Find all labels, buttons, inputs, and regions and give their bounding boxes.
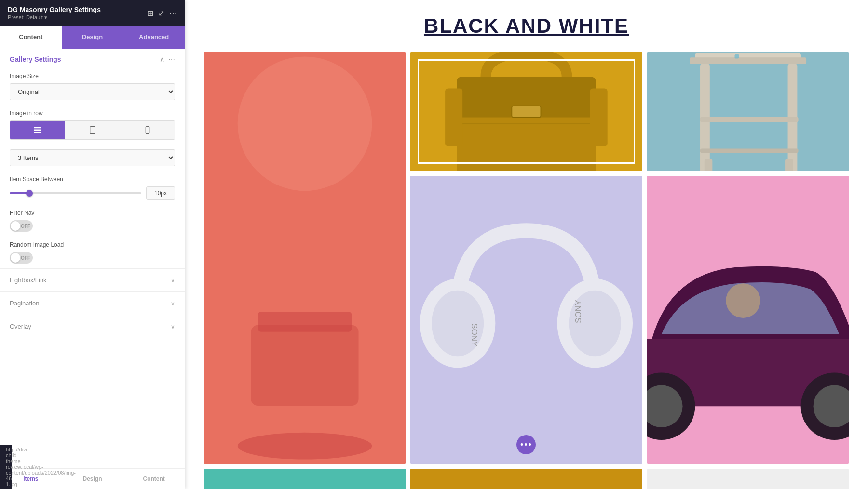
slider-value[interactable]: 10px: [146, 186, 175, 200]
left-panel: DG Masonry Gallery Settings Preset: Defa…: [0, 0, 185, 489]
random-image-label: Random Image Load: [10, 241, 175, 248]
gallery-item-3: [647, 52, 849, 171]
svg-rect-22: [705, 159, 713, 172]
slider-thumb[interactable]: [26, 190, 33, 197]
overlay-arrow: ∨: [171, 323, 175, 330]
svg-rect-17: [647, 52, 849, 171]
item-space-row: Item Space Between 10px: [0, 171, 185, 205]
svg-point-41: [726, 283, 760, 318]
dots-button[interactable]: •••: [516, 435, 536, 454]
dots-icon: •••: [520, 440, 532, 449]
panel-preset[interactable]: Preset: Default ▾: [8, 14, 101, 21]
collapse-section-icon[interactable]: ∧: [160, 55, 164, 63]
svg-point-8: [238, 56, 372, 191]
gallery-area: BLACK AND WHITE: [185, 0, 868, 489]
item-space-label: Item Space Between: [10, 176, 175, 183]
gallery-settings-title: Gallery Settings: [10, 55, 61, 63]
svg-text:SONY: SONY: [470, 323, 479, 347]
panel-header-left: DG Masonry Gallery Settings Preset: Defa…: [8, 6, 101, 21]
row-btn-desktop[interactable]: [10, 121, 65, 139]
section-dots-icon[interactable]: ⋯: [168, 55, 175, 63]
svg-point-9: [238, 433, 372, 460]
filter-nav-toggle-wrap: OFF: [10, 220, 175, 232]
tab-advanced[interactable]: Advanced: [123, 26, 185, 49]
extra-item-teal: [204, 469, 406, 489]
tab-design[interactable]: Design: [62, 26, 123, 49]
svg-rect-7: [258, 312, 352, 332]
extra-item-yellow: [410, 469, 642, 489]
items-select-row: 1 Items 2 Items 3 Items 4 Items: [0, 145, 185, 171]
gallery-item-5: [647, 176, 849, 464]
lightbox-title: Lightbox/Link: [10, 277, 47, 284]
image-size-row: Image Size Original Thumbnail Medium Lar…: [0, 68, 185, 105]
filter-nav-row: Filter Nav OFF: [0, 205, 185, 237]
grid-icon[interactable]: ⊞: [147, 9, 153, 18]
panel-title: DG Masonry Gallery Settings: [8, 6, 101, 13]
status-bar: http://divi-child-theme-review.local/wp-…: [0, 445, 12, 489]
row-btn-mobile[interactable]: [120, 121, 175, 139]
filter-nav-label: Filter Nav: [10, 210, 175, 216]
extra-item-empty: [647, 469, 849, 489]
image-in-row-row: Image in row: [0, 105, 185, 145]
image-size-select[interactable]: Original Thumbnail Medium Large Full: [10, 83, 175, 100]
lightbox-arrow: ∨: [171, 277, 175, 284]
svg-rect-26: [734, 54, 739, 59]
section-header-icons: ∧ ⋯: [160, 55, 175, 63]
svg-rect-4: [146, 127, 149, 134]
pagination-arrow: ∨: [171, 300, 175, 307]
more-options-icon[interactable]: ⋯: [169, 9, 177, 18]
random-image-toggle[interactable]: OFF: [10, 252, 33, 264]
tabs-row: Content Design Advanced: [0, 26, 185, 49]
right-content: BLACK AND WHITE: [185, 0, 868, 489]
bottom-btn-content[interactable]: Content: [123, 469, 185, 489]
item-border: [418, 59, 635, 164]
slider-row: 10px: [10, 186, 175, 200]
svg-rect-6: [251, 325, 359, 406]
extra-bottom-row: [204, 469, 849, 489]
row-btn-tablet[interactable]: [65, 121, 120, 139]
pagination-section[interactable]: Pagination ∨: [0, 291, 185, 315]
filter-nav-knob: [11, 221, 20, 231]
resize-icon[interactable]: ⤢: [158, 9, 164, 18]
random-image-toggle-wrap: OFF: [10, 252, 175, 264]
random-image-row: Random Image Load OFF: [0, 237, 185, 268]
svg-rect-42: [204, 469, 406, 489]
masonry-grid: SONY SONY •••: [204, 52, 849, 464]
items-select[interactable]: 1 Items 2 Items 3 Items 4 Items: [10, 149, 175, 166]
pagination-title: Pagination: [10, 300, 39, 307]
svg-rect-3: [90, 127, 95, 134]
image-size-label: Image Size: [10, 73, 175, 79]
random-image-toggle-label: OFF: [21, 255, 30, 261]
lightbox-section[interactable]: Lightbox/Link ∨: [0, 268, 185, 291]
row-buttons: [10, 120, 175, 140]
svg-text:SONY: SONY: [574, 300, 583, 323]
svg-rect-24: [700, 117, 799, 122]
gallery-item-4: SONY SONY •••: [410, 176, 642, 464]
filter-nav-toggle-label: OFF: [21, 224, 30, 229]
svg-rect-23: [785, 159, 793, 172]
image-in-row-label: Image in row: [10, 110, 175, 117]
tab-content[interactable]: Content: [0, 26, 62, 49]
section-header: Gallery Settings ∧ ⋯: [0, 49, 185, 68]
panel-header: DG Masonry Gallery Settings Preset: Defa…: [0, 0, 185, 26]
filter-nav-toggle[interactable]: OFF: [10, 220, 33, 232]
svg-rect-25: [700, 149, 799, 153]
slider-track[interactable]: [10, 192, 141, 194]
panel-header-icons: ⊞ ⤢ ⋯: [147, 9, 177, 18]
svg-rect-19: [690, 57, 806, 64]
svg-rect-1: [34, 130, 41, 131]
gallery-item-2: [410, 52, 642, 171]
overlay-section[interactable]: Overlay ∨: [0, 315, 185, 338]
random-image-knob: [11, 253, 20, 263]
svg-rect-43: [410, 469, 642, 489]
overlay-title: Overlay: [10, 323, 31, 330]
gallery-item-1: [204, 52, 406, 464]
gallery-title: BLACK AND WHITE: [204, 14, 849, 38]
svg-rect-2: [34, 132, 41, 133]
panel-content: Gallery Settings ∧ ⋯ Image Size Original…: [0, 49, 185, 468]
svg-rect-0: [34, 127, 41, 128]
